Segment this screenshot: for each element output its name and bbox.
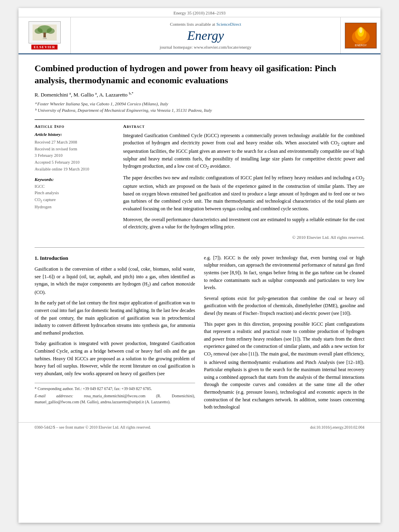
- received-revised-label: Received in revised form: [35, 146, 115, 153]
- journal-header: 1580 ELSEVIER Contents lists available a…: [19, 17, 380, 54]
- intro-p1: Gasification is the conversion of either…: [35, 265, 195, 296]
- bottom-bar: 0360-5442/$ – see front matter © 2010 El…: [19, 422, 380, 432]
- available-date: Available online 19 March 2010: [35, 166, 115, 173]
- article-info-heading: Article Info: [35, 124, 115, 129]
- footnote-star: * Corresponding author. Tel.: +39 049 82…: [35, 386, 195, 392]
- copyright: © 2010 Elsevier Ltd. All rights reserved…: [123, 234, 364, 241]
- page: Energy 35 (2010) 2184–2193 1580 ELSEVIER: [19, 8, 380, 523]
- journal-header-right: ENERGY: [340, 17, 380, 53]
- footnote-area: * Corresponding author. Tel.: +39 049 82…: [35, 383, 195, 405]
- body-col-left: 1. Introduction Gasification is the conv…: [35, 254, 195, 414]
- body-col-right: e.g. [7]). IGCC is the only power techno…: [204, 254, 364, 414]
- journal-homepage: journal homepage: www.elsevier.com/locat…: [160, 45, 251, 49]
- svg-text:1580: 1580: [43, 37, 47, 39]
- intro-p3: Today gasification is integrated with po…: [35, 340, 195, 377]
- keyword-igcc: IGCC: [35, 183, 115, 190]
- elsevier-logo: 1580 ELSEVIER: [29, 21, 61, 49]
- authors-line: R. Domenichini a, M. Gallio a, A. Lazzar…: [35, 91, 364, 98]
- journal-name: Energy: [187, 28, 224, 43]
- affiliation-b: ᵇ University of Padova, Department of Me…: [35, 107, 364, 114]
- article-info-col: Article Info Article history: Received 2…: [35, 124, 115, 241]
- top-bar: Energy 35 (2010) 2184–2193: [19, 8, 380, 17]
- abstract-col: Abstract Integrated Gasification Combine…: [123, 124, 364, 241]
- keyword-pinch: Pinch analysis: [35, 190, 115, 197]
- paper-title: Combined production of hydrogen and powe…: [35, 62, 364, 86]
- article-info-abstract: Article Info Article history: Received 2…: [35, 119, 364, 241]
- issn-info: 0360-5442/$ – see front matter © 2010 El…: [35, 425, 151, 429]
- footnote-email: E-mail addresses: rosa_maria_domenichini…: [35, 393, 195, 405]
- keywords-label: Keywords:: [35, 177, 115, 182]
- elsevier-logo-area: 1580 ELSEVIER: [19, 17, 71, 53]
- authors-text: R. Domenichini a, M. Gallio a, A. Lazzar…: [35, 92, 134, 98]
- section-divider: [35, 247, 364, 248]
- intro-p2: In the early part of the last century th…: [35, 299, 195, 337]
- abstract-p1: Integrated Gasification Combined Cycle (…: [123, 132, 364, 171]
- elsevier-logo-box: 1580: [29, 21, 61, 43]
- sciencedirect-line: Contents lists available at ScienceDirec…: [170, 22, 241, 27]
- keyword-co2: CO2 capture: [35, 197, 115, 204]
- abstract-heading: Abstract: [123, 124, 364, 129]
- revised-date: 3 February 2010: [35, 152, 115, 159]
- sciencedirect-link[interactable]: ScienceDirect: [216, 22, 241, 27]
- section-title-text: Introduction: [40, 255, 68, 261]
- journal-header-center: Contents lists available at ScienceDirec…: [71, 17, 340, 53]
- svg-text:ENERGY: ENERGY: [355, 44, 367, 47]
- main-content: Combined production of hydrogen and powe…: [19, 54, 380, 422]
- svg-point-3: [35, 28, 43, 34]
- col2-p1: e.g. [7]). IGCC is the only power techno…: [204, 254, 364, 292]
- intro-heading: 1. Introduction: [35, 254, 195, 262]
- svg-rect-2: [43, 33, 46, 37]
- email-label: E-mail addresses:: [35, 394, 73, 398]
- accepted-date: Accepted 5 February 2010: [35, 159, 115, 166]
- affiliations: ᵃ Foster Wheeler Italiana Spa, via Cabot…: [35, 101, 364, 114]
- doi-info: doi:10.1016/j.energy.2010.02.004: [310, 425, 364, 429]
- journal-cover-image: ENERGY: [345, 23, 377, 49]
- svg-point-4: [47, 28, 55, 34]
- elsevier-brand: ELSEVIER: [31, 45, 58, 49]
- col2-p2: Several options exist for poly-generatio…: [204, 295, 364, 317]
- article-history-label: Article history:: [35, 132, 115, 137]
- journal-citation: Energy 35 (2010) 2184–2193: [173, 10, 226, 15]
- received-date: Received 27 March 2008: [35, 139, 115, 146]
- keyword-hydrogen: Hydrogen: [35, 204, 115, 211]
- abstract-text: Integrated Gasification Combined Cycle (…: [123, 132, 364, 241]
- affiliation-a: ᵃ Foster Wheeler Italiana Spa, via Cabot…: [35, 101, 364, 107]
- body-content: 1. Introduction Gasification is the conv…: [35, 254, 364, 414]
- abstract-p2: The paper describes two new and realisti…: [123, 174, 364, 212]
- svg-point-11: [359, 27, 362, 33]
- abstract-p3: Moreover, the overall performance charac…: [123, 216, 364, 231]
- col2-p3: This paper goes in this direction, propo…: [204, 320, 364, 411]
- section-number: 1.: [35, 255, 39, 261]
